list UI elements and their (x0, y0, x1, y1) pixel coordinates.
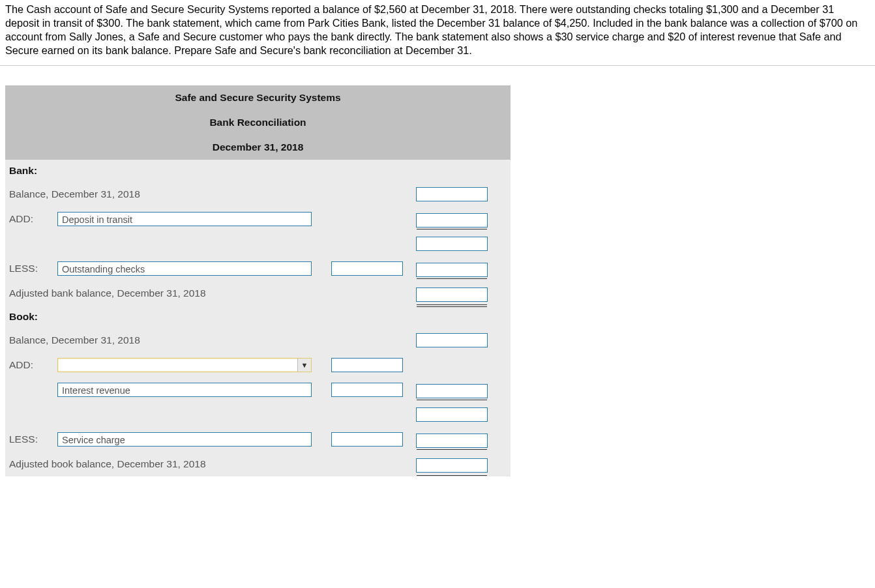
header-title: Bank Reconciliation (5, 110, 511, 135)
book-add-2-subamount-input[interactable] (331, 383, 403, 397)
book-add-item-2-input[interactable]: Interest revenue (57, 383, 312, 397)
bank-balance-label: Balance, December 31, 2018 (5, 184, 416, 205)
book-add-item-1-select[interactable]: ▼ (57, 358, 312, 372)
bank-section-label: Bank: (5, 160, 511, 181)
bank-reconciliation-table: Safe and Secure Security Systems Bank Re… (5, 85, 511, 477)
book-section-label: Book: (5, 306, 511, 327)
book-balance-input[interactable] (416, 333, 488, 347)
book-add-1-subamount-input[interactable] (331, 358, 403, 372)
bank-balance-input[interactable] (416, 187, 488, 201)
bank-add-item-input[interactable]: Deposit in transit (57, 212, 312, 226)
bank-adjusted-balance-input[interactable] (416, 287, 488, 302)
book-subtotal-input[interactable] (416, 407, 488, 422)
bank-add-label: ADD: (5, 213, 33, 224)
chevron-down-icon: ▼ (297, 359, 311, 372)
header-date: December 31, 2018 (5, 135, 511, 160)
book-less-amount-input[interactable] (416, 434, 488, 448)
bank-add-amount-input[interactable] (416, 213, 488, 228)
book-add-label: ADD: (5, 359, 33, 370)
book-less-label: LESS: (5, 434, 38, 445)
bank-less-item-input[interactable]: Outstanding checks (57, 261, 312, 276)
header-company: Safe and Secure Security Systems (5, 85, 511, 110)
bank-less-subamount-input[interactable] (331, 261, 403, 276)
book-adjusted-label: Adjusted book balance, December 31, 2018 (5, 454, 416, 475)
book-less-item-input[interactable]: Service charge (57, 432, 312, 447)
bank-adjusted-label: Adjusted bank balance, December 31, 2018 (5, 283, 416, 304)
book-add-amount-input[interactable] (416, 384, 488, 398)
bank-reconciliation-sheet: Safe and Secure Security Systems Bank Re… (5, 85, 511, 477)
book-balance-label: Balance, December 31, 2018 (5, 330, 416, 351)
book-adjusted-balance-input[interactable] (416, 458, 488, 473)
divider (0, 65, 875, 66)
bank-subtotal-input[interactable] (416, 237, 488, 251)
bank-less-label: LESS: (5, 263, 38, 274)
problem-statement: The Cash account of Safe and Secure Secu… (0, 0, 875, 61)
bank-less-amount-input[interactable] (416, 263, 488, 277)
book-less-subamount-input[interactable] (331, 432, 403, 447)
